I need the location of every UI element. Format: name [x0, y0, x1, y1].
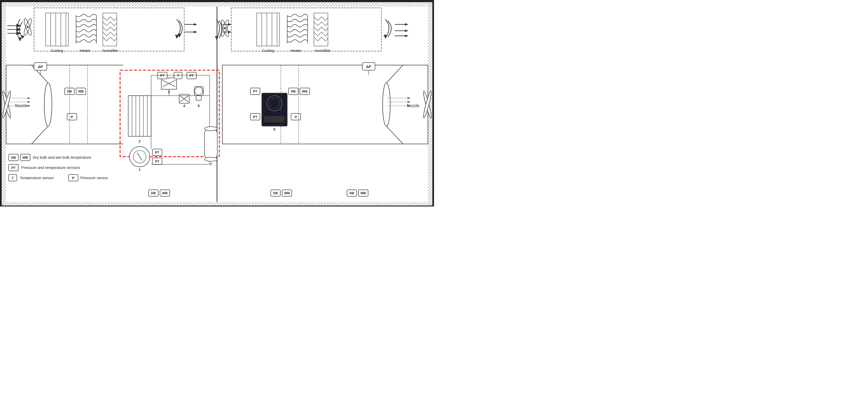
svg-text:Heater: Heater	[80, 49, 91, 53]
svg-text:ΔP: ΔP	[366, 65, 371, 69]
svg-text:PT: PT	[253, 115, 257, 119]
svg-text:Heater: Heater	[291, 49, 302, 53]
svg-rect-118	[314, 13, 328, 46]
svg-text:ΔP: ΔP	[38, 65, 43, 69]
svg-text:2: 2	[139, 139, 141, 144]
svg-marker-135	[407, 101, 410, 103]
svg-text:1: 1	[139, 167, 141, 171]
svg-text:Dry bulb and wet bulb temperat: Dry bulb and wet bulb temperature	[33, 155, 91, 159]
svg-text:T: T	[177, 74, 179, 78]
svg-text:Temperature sensor: Temperature sensor	[20, 176, 54, 180]
svg-text:PT: PT	[155, 151, 159, 154]
main-container: Cooling Heater humidifier	[0, 0, 434, 206]
svg-text:WB: WB	[284, 191, 290, 195]
svg-rect-16	[45, 13, 68, 46]
svg-rect-1	[1, 202, 433, 206]
svg-text:6: 6	[274, 128, 276, 132]
svg-text:DB: DB	[273, 191, 278, 195]
svg-text:P: P	[71, 115, 73, 119]
svg-text:WB: WB	[302, 90, 308, 93]
svg-text:DB: DB	[151, 191, 156, 195]
svg-rect-78	[196, 96, 201, 100]
svg-text:PT: PT	[160, 74, 164, 78]
svg-text:DB: DB	[349, 191, 354, 195]
svg-point-35	[44, 83, 52, 126]
svg-marker-42	[28, 105, 30, 107]
svg-point-96	[205, 127, 217, 131]
svg-text:T: T	[12, 176, 14, 180]
svg-text:PT: PT	[189, 74, 194, 78]
svg-text:WB: WB	[78, 90, 84, 93]
svg-marker-104	[228, 31, 231, 33]
svg-text:5: 5	[197, 104, 199, 108]
svg-text:Cooling: Cooling	[262, 49, 274, 53]
svg-marker-100	[215, 36, 218, 40]
svg-rect-95	[205, 129, 217, 159]
svg-marker-125	[405, 34, 408, 37]
svg-text:P: P	[295, 115, 297, 119]
svg-text:humidifier: humidifier	[315, 49, 331, 53]
svg-text:DB: DB	[11, 156, 16, 159]
svg-point-129	[383, 83, 390, 126]
svg-rect-156	[264, 116, 285, 122]
svg-text:PT: PT	[155, 159, 159, 163]
svg-text:Cooling: Cooling	[51, 49, 63, 53]
svg-text:Pressure sensor: Pressure sensor	[81, 176, 108, 180]
svg-text:DB: DB	[291, 90, 296, 93]
svg-text:4: 4	[183, 104, 185, 108]
svg-rect-108	[257, 13, 280, 46]
svg-marker-41	[28, 101, 30, 103]
svg-point-77	[194, 87, 203, 95]
svg-marker-121	[405, 23, 408, 26]
svg-text:7: 7	[210, 162, 212, 166]
svg-text:WB: WB	[23, 156, 28, 159]
svg-text:Pressure and temperature senso: Pressure and temperature sensors	[22, 165, 80, 170]
svg-rect-0	[1, 2, 433, 7]
svg-text:WB: WB	[162, 191, 168, 195]
svg-point-15	[27, 26, 29, 28]
svg-marker-123	[405, 29, 408, 32]
svg-text:PT: PT	[11, 166, 16, 170]
svg-text:P: P	[72, 176, 74, 180]
svg-text:PT: PT	[253, 90, 257, 93]
svg-rect-26	[103, 13, 117, 46]
svg-text:WB: WB	[361, 191, 366, 195]
svg-marker-134	[407, 97, 410, 99]
svg-marker-40	[28, 97, 30, 99]
schematic-diagram: Cooling Heater humidifier	[1, 1, 433, 206]
svg-point-107	[224, 27, 226, 29]
svg-marker-30	[194, 23, 197, 26]
svg-point-97	[205, 157, 217, 161]
svg-marker-32	[194, 31, 197, 33]
svg-marker-102	[228, 23, 231, 26]
svg-text:DB: DB	[67, 90, 72, 93]
svg-text:humidifier: humidifier	[103, 49, 118, 53]
